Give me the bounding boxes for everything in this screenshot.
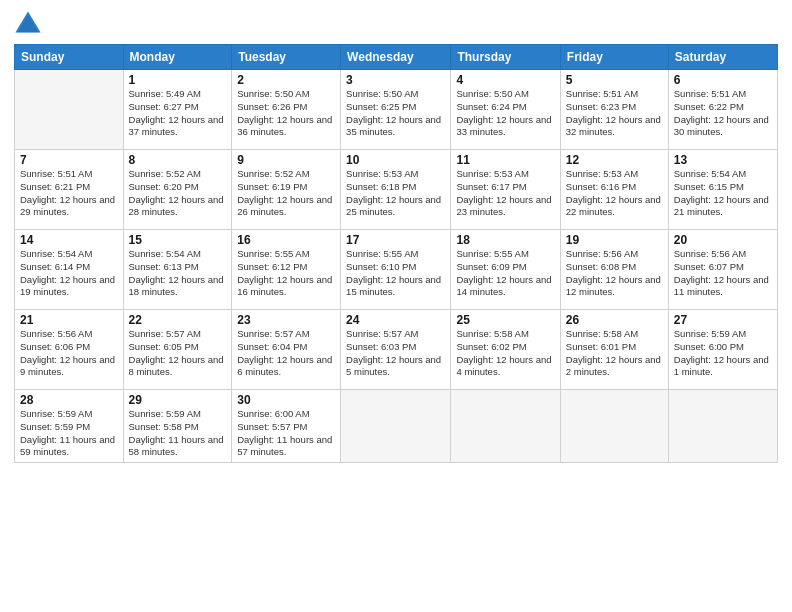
day-info: Sunrise: 5:50 AM Sunset: 6:26 PM Dayligh… <box>237 88 335 139</box>
calendar-cell: 7Sunrise: 5:51 AM Sunset: 6:21 PM Daylig… <box>15 150 124 230</box>
calendar-cell: 8Sunrise: 5:52 AM Sunset: 6:20 PM Daylig… <box>123 150 232 230</box>
calendar-cell: 23Sunrise: 5:57 AM Sunset: 6:04 PM Dayli… <box>232 310 341 390</box>
calendar-cell: 19Sunrise: 5:56 AM Sunset: 6:08 PM Dayli… <box>560 230 668 310</box>
calendar-cell <box>341 390 451 463</box>
day-info: Sunrise: 5:59 AM Sunset: 5:58 PM Dayligh… <box>129 408 227 459</box>
calendar-cell: 29Sunrise: 5:59 AM Sunset: 5:58 PM Dayli… <box>123 390 232 463</box>
calendar-cell: 3Sunrise: 5:50 AM Sunset: 6:25 PM Daylig… <box>341 70 451 150</box>
day-info: Sunrise: 5:57 AM Sunset: 6:04 PM Dayligh… <box>237 328 335 379</box>
calendar-cell: 21Sunrise: 5:56 AM Sunset: 6:06 PM Dayli… <box>15 310 124 390</box>
day-info: Sunrise: 5:58 AM Sunset: 6:01 PM Dayligh… <box>566 328 663 379</box>
day-info: Sunrise: 5:56 AM Sunset: 6:06 PM Dayligh… <box>20 328 118 379</box>
calendar-cell: 18Sunrise: 5:55 AM Sunset: 6:09 PM Dayli… <box>451 230 560 310</box>
day-info: Sunrise: 5:52 AM Sunset: 6:20 PM Dayligh… <box>129 168 227 219</box>
day-info: Sunrise: 5:57 AM Sunset: 6:03 PM Dayligh… <box>346 328 445 379</box>
day-info: Sunrise: 5:51 AM Sunset: 6:23 PM Dayligh… <box>566 88 663 139</box>
day-number: 10 <box>346 153 445 167</box>
weekday-header: Wednesday <box>341 45 451 70</box>
day-number: 27 <box>674 313 772 327</box>
calendar-cell: 30Sunrise: 6:00 AM Sunset: 5:57 PM Dayli… <box>232 390 341 463</box>
day-info: Sunrise: 5:54 AM Sunset: 6:13 PM Dayligh… <box>129 248 227 299</box>
day-number: 9 <box>237 153 335 167</box>
calendar-cell: 14Sunrise: 5:54 AM Sunset: 6:14 PM Dayli… <box>15 230 124 310</box>
weekday-header: Sunday <box>15 45 124 70</box>
day-info: Sunrise: 5:53 AM Sunset: 6:17 PM Dayligh… <box>456 168 554 219</box>
day-info: Sunrise: 5:57 AM Sunset: 6:05 PM Dayligh… <box>129 328 227 379</box>
day-number: 18 <box>456 233 554 247</box>
day-info: Sunrise: 5:53 AM Sunset: 6:18 PM Dayligh… <box>346 168 445 219</box>
header <box>14 10 778 38</box>
day-number: 28 <box>20 393 118 407</box>
calendar-cell: 17Sunrise: 5:55 AM Sunset: 6:10 PM Dayli… <box>341 230 451 310</box>
day-number: 14 <box>20 233 118 247</box>
calendar-cell: 1Sunrise: 5:49 AM Sunset: 6:27 PM Daylig… <box>123 70 232 150</box>
day-number: 8 <box>129 153 227 167</box>
day-number: 22 <box>129 313 227 327</box>
calendar-cell <box>451 390 560 463</box>
day-info: Sunrise: 5:52 AM Sunset: 6:19 PM Dayligh… <box>237 168 335 219</box>
day-number: 6 <box>674 73 772 87</box>
day-number: 23 <box>237 313 335 327</box>
calendar-cell: 28Sunrise: 5:59 AM Sunset: 5:59 PM Dayli… <box>15 390 124 463</box>
day-info: Sunrise: 5:59 AM Sunset: 6:00 PM Dayligh… <box>674 328 772 379</box>
logo-icon <box>14 10 42 38</box>
day-number: 12 <box>566 153 663 167</box>
weekday-header: Thursday <box>451 45 560 70</box>
day-info: Sunrise: 5:51 AM Sunset: 6:21 PM Dayligh… <box>20 168 118 219</box>
calendar-week-row: 14Sunrise: 5:54 AM Sunset: 6:14 PM Dayli… <box>15 230 778 310</box>
calendar-cell: 26Sunrise: 5:58 AM Sunset: 6:01 PM Dayli… <box>560 310 668 390</box>
calendar-cell: 15Sunrise: 5:54 AM Sunset: 6:13 PM Dayli… <box>123 230 232 310</box>
day-number: 16 <box>237 233 335 247</box>
day-info: Sunrise: 5:56 AM Sunset: 6:07 PM Dayligh… <box>674 248 772 299</box>
calendar-cell: 9Sunrise: 5:52 AM Sunset: 6:19 PM Daylig… <box>232 150 341 230</box>
day-number: 17 <box>346 233 445 247</box>
calendar-cell: 11Sunrise: 5:53 AM Sunset: 6:17 PM Dayli… <box>451 150 560 230</box>
calendar-cell: 5Sunrise: 5:51 AM Sunset: 6:23 PM Daylig… <box>560 70 668 150</box>
day-info: Sunrise: 5:58 AM Sunset: 6:02 PM Dayligh… <box>456 328 554 379</box>
weekday-header: Friday <box>560 45 668 70</box>
calendar-cell: 4Sunrise: 5:50 AM Sunset: 6:24 PM Daylig… <box>451 70 560 150</box>
day-info: Sunrise: 5:59 AM Sunset: 5:59 PM Dayligh… <box>20 408 118 459</box>
day-number: 24 <box>346 313 445 327</box>
calendar-cell: 10Sunrise: 5:53 AM Sunset: 6:18 PM Dayli… <box>341 150 451 230</box>
calendar-cell: 27Sunrise: 5:59 AM Sunset: 6:00 PM Dayli… <box>668 310 777 390</box>
calendar-week-row: 28Sunrise: 5:59 AM Sunset: 5:59 PM Dayli… <box>15 390 778 463</box>
calendar-cell: 13Sunrise: 5:54 AM Sunset: 6:15 PM Dayli… <box>668 150 777 230</box>
day-number: 13 <box>674 153 772 167</box>
calendar-cell: 2Sunrise: 5:50 AM Sunset: 6:26 PM Daylig… <box>232 70 341 150</box>
day-number: 1 <box>129 73 227 87</box>
day-number: 3 <box>346 73 445 87</box>
calendar-cell <box>668 390 777 463</box>
calendar-cell: 22Sunrise: 5:57 AM Sunset: 6:05 PM Dayli… <box>123 310 232 390</box>
day-info: Sunrise: 5:56 AM Sunset: 6:08 PM Dayligh… <box>566 248 663 299</box>
logo <box>14 10 46 38</box>
calendar-table: SundayMondayTuesdayWednesdayThursdayFrid… <box>14 44 778 463</box>
day-number: 19 <box>566 233 663 247</box>
day-number: 25 <box>456 313 554 327</box>
day-info: Sunrise: 5:55 AM Sunset: 6:12 PM Dayligh… <box>237 248 335 299</box>
weekday-header: Tuesday <box>232 45 341 70</box>
day-number: 20 <box>674 233 772 247</box>
calendar-cell: 25Sunrise: 5:58 AM Sunset: 6:02 PM Dayli… <box>451 310 560 390</box>
day-info: Sunrise: 5:55 AM Sunset: 6:09 PM Dayligh… <box>456 248 554 299</box>
calendar-cell: 16Sunrise: 5:55 AM Sunset: 6:12 PM Dayli… <box>232 230 341 310</box>
day-number: 30 <box>237 393 335 407</box>
weekday-header: Saturday <box>668 45 777 70</box>
day-info: Sunrise: 5:53 AM Sunset: 6:16 PM Dayligh… <box>566 168 663 219</box>
calendar-cell: 24Sunrise: 5:57 AM Sunset: 6:03 PM Dayli… <box>341 310 451 390</box>
page: SundayMondayTuesdayWednesdayThursdayFrid… <box>0 0 792 612</box>
day-number: 21 <box>20 313 118 327</box>
day-number: 7 <box>20 153 118 167</box>
day-info: Sunrise: 5:55 AM Sunset: 6:10 PM Dayligh… <box>346 248 445 299</box>
day-number: 29 <box>129 393 227 407</box>
day-info: Sunrise: 5:51 AM Sunset: 6:22 PM Dayligh… <box>674 88 772 139</box>
calendar-cell: 6Sunrise: 5:51 AM Sunset: 6:22 PM Daylig… <box>668 70 777 150</box>
calendar-week-row: 21Sunrise: 5:56 AM Sunset: 6:06 PM Dayli… <box>15 310 778 390</box>
day-info: Sunrise: 5:50 AM Sunset: 6:24 PM Dayligh… <box>456 88 554 139</box>
calendar-week-row: 7Sunrise: 5:51 AM Sunset: 6:21 PM Daylig… <box>15 150 778 230</box>
weekday-header-row: SundayMondayTuesdayWednesdayThursdayFrid… <box>15 45 778 70</box>
calendar-cell: 12Sunrise: 5:53 AM Sunset: 6:16 PM Dayli… <box>560 150 668 230</box>
day-number: 5 <box>566 73 663 87</box>
weekday-header: Monday <box>123 45 232 70</box>
day-number: 11 <box>456 153 554 167</box>
